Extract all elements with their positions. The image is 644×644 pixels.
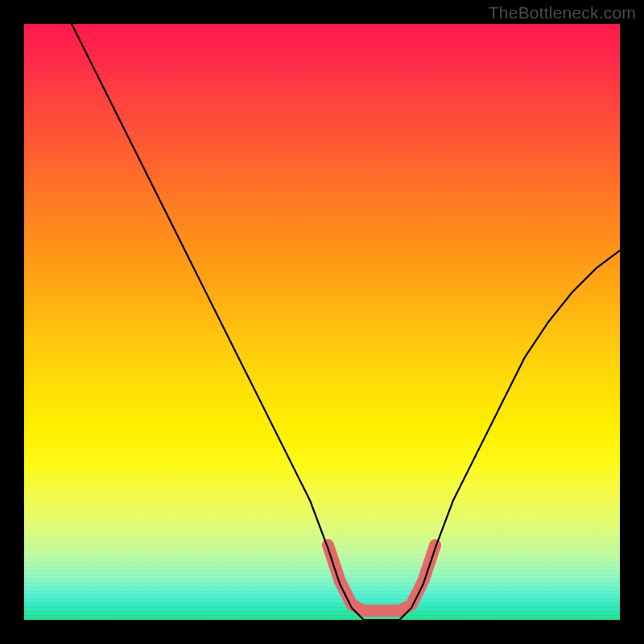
chart-frame: TheBottleneck.com <box>0 0 644 644</box>
watermark-label: TheBottleneck.com <box>489 3 636 23</box>
bottleneck-curve <box>72 24 620 620</box>
plot-area <box>24 24 620 620</box>
optimal-range-marker <box>328 545 435 610</box>
curve-layer <box>24 24 620 620</box>
